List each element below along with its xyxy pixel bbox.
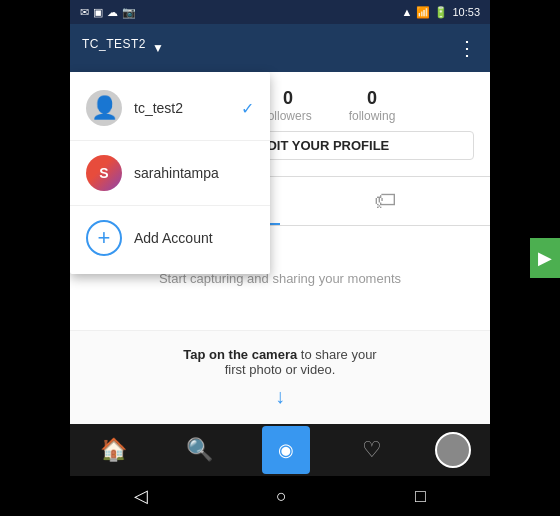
add-account-label: Add Account — [134, 230, 254, 246]
search-icon: 🔍 — [186, 437, 213, 463]
more-menu-button[interactable]: ⋮ — [457, 36, 478, 60]
account-item-sarahintampa[interactable]: S sarahintampa — [70, 145, 270, 201]
top-bar: TC_TEST2 ▼ ⋮ 👤 tc_test2 ✓ S sarahintampa — [70, 24, 490, 72]
check-icon: ✓ — [241, 99, 254, 118]
back-button[interactable]: ◁ — [134, 485, 148, 507]
battery-icon: 🔋 — [434, 6, 448, 19]
menu-divider-2 — [70, 205, 270, 206]
tc_test2-avatar: 👤 — [86, 90, 122, 126]
tc_test2-label: tc_test2 — [134, 100, 229, 116]
nav-bar: 🏠 🔍 ◉ ♡ — [70, 424, 490, 476]
system-nav: ◁ ○ □ — [70, 476, 490, 516]
arrow-down-icon: ↓ — [86, 385, 474, 408]
following-stat: 0 following — [342, 88, 402, 123]
camera-icon: ◉ — [278, 439, 294, 461]
title-suffix: 2 — [139, 37, 146, 51]
wifi-icon: ▲ — [402, 6, 413, 18]
green-arrow-icon: ▶ — [538, 247, 552, 269]
promo-text: Tap on the camera to share yourfirst pho… — [86, 347, 474, 377]
following-label: following — [349, 109, 396, 123]
status-right: ▲ 📶 🔋 10:53 — [402, 6, 480, 19]
promo-bold: Tap on the camera — [183, 347, 297, 362]
followers-count: 0 — [283, 88, 293, 109]
app-title: TC_TEST2 — [82, 37, 146, 60]
heart-icon: ♡ — [362, 437, 382, 463]
dropdown-arrow-icon[interactable]: ▼ — [152, 41, 164, 55]
nav-search[interactable]: 🔍 — [176, 426, 224, 474]
status-icons-left: ✉ ▣ ☁ 📷 — [80, 6, 136, 19]
sarahintampa-label: sarahintampa — [134, 165, 254, 181]
following-count: 0 — [367, 88, 377, 109]
tag-icon: 🏷 — [374, 188, 396, 214]
followers-label: followers — [264, 109, 311, 123]
photo-icon: 📷 — [122, 6, 136, 19]
add-account-icon: + — [86, 220, 122, 256]
home-icon: 🏠 — [100, 437, 127, 463]
green-arrow-button[interactable]: ▶ — [530, 238, 560, 278]
account-dropdown: 👤 tc_test2 ✓ S sarahintampa + Add Accoun… — [70, 72, 270, 274]
nav-profile[interactable] — [435, 432, 471, 468]
account-item-tc_test2[interactable]: 👤 tc_test2 ✓ — [70, 80, 270, 136]
user-icon: 👤 — [91, 95, 118, 121]
recent-button[interactable]: □ — [415, 486, 426, 507]
cloud-icon: ☁ — [107, 6, 118, 19]
nav-home[interactable]: 🏠 — [89, 426, 137, 474]
promo-section: Tap on the camera to share yourfirst pho… — [70, 330, 490, 424]
msg-icon: ✉ — [80, 6, 89, 19]
status-bar: ✉ ▣ ☁ 📷 ▲ 📶 🔋 10:53 — [70, 0, 490, 24]
nav-camera[interactable]: ◉ — [262, 426, 310, 474]
menu-divider — [70, 140, 270, 141]
tab-tag[interactable]: 🏷 — [280, 177, 490, 225]
monitor-icon: ▣ — [93, 6, 103, 19]
signal-icon: 📶 — [416, 6, 430, 19]
add-account-item[interactable]: + Add Account — [70, 210, 270, 266]
time: 10:53 — [452, 6, 480, 18]
home-button[interactable]: ○ — [276, 486, 287, 507]
nav-activity[interactable]: ♡ — [348, 426, 396, 474]
sarahintampa-avatar: S — [86, 155, 122, 191]
